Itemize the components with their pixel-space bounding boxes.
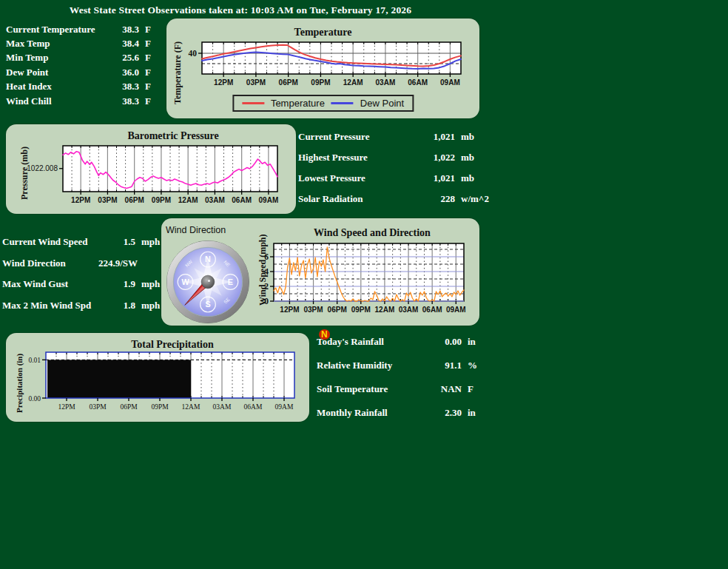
precipitation-chart-panel: Total Precipitation Precipitation (in) 1…	[6, 333, 309, 422]
stat-label: Max Wind Gust	[2, 278, 98, 290]
stat-unit: F	[139, 95, 154, 107]
stat-label: Monthly Rainfall	[317, 407, 429, 419]
stat-value: 91.1	[429, 360, 462, 371]
svg-text:0.00: 0.00	[28, 395, 41, 403]
stat-label: Relative Humidity	[317, 360, 429, 371]
stat-row-solar-radiation: Solar Radiation228w/m^2	[298, 192, 488, 206]
compass-s-letter: S	[205, 300, 210, 309]
svg-text:12PM: 12PM	[280, 306, 299, 314]
precipitation-chart-title: Total Precipitation	[36, 339, 309, 351]
temperature-y-axis-label: Temperature (F)	[172, 41, 183, 104]
stat-label: Today's Rainfall	[317, 336, 429, 348]
stat-value: 228	[417, 193, 455, 205]
stat-value: 1.8	[98, 300, 135, 312]
stat-row-highest-pressure: Highest Pressure1,022mb	[298, 151, 488, 164]
stat-row-wind-chill: Wind Chill38.3F	[6, 94, 161, 108]
temperature-legend-label: Temperature	[271, 98, 325, 109]
stat-row-current-temperature: Current Temperature38.3F	[6, 22, 161, 36]
svg-text:6: 6	[264, 252, 269, 261]
stat-unit: mph	[135, 236, 165, 248]
stat-row-max-wind-gust: Max Wind Gust1.9mph	[2, 277, 165, 291]
stat-unit: mph	[135, 300, 165, 312]
stat-row-wind-direction: Wind Direction224.9/SW	[2, 257, 165, 270]
stat-unit: F	[468, 383, 473, 395]
svg-text:03PM: 03PM	[246, 78, 266, 87]
wind-stats-list: Current Wind Speed1.5mph Wind Direction2…	[2, 235, 165, 312]
svg-text:09PM: 09PM	[351, 306, 371, 314]
svg-text:06AM: 06AM	[232, 196, 252, 204]
stat-label: Wind Direction	[2, 257, 98, 269]
svg-text:03PM: 03PM	[303, 306, 323, 314]
stat-row-current-wind-speed: Current Wind Speed1.5mph	[2, 235, 165, 249]
stat-row-min-temp: Min Temp25.6F	[6, 51, 161, 65]
stat-row-todays-rainfall: Today's Rainfall0.00in	[317, 335, 488, 349]
dew-point-legend-label: Dew Point	[360, 98, 404, 109]
svg-text:0: 0	[264, 297, 269, 306]
stat-value: 38.4	[115, 38, 139, 50]
svg-text:09PM: 09PM	[152, 196, 171, 204]
stat-value: 1,022	[417, 152, 455, 164]
svg-text:12PM: 12PM	[58, 403, 75, 411]
stat-value: 38.3	[115, 24, 139, 36]
stat-label: Dew Point	[6, 67, 115, 78]
temperature-chart-panel: Temperature Temperature (F) 12PM03PM06PM…	[166, 18, 479, 118]
stat-unit: mb	[455, 172, 488, 184]
stat-row-relative-humidity: Relative Humidity91.1%	[317, 359, 488, 372]
compass-title: Wind Direction	[166, 225, 226, 235]
compass-e-letter: E	[228, 277, 233, 286]
svg-text:2: 2	[264, 282, 269, 291]
stat-unit: F	[139, 67, 154, 78]
stat-value: 1.5	[98, 236, 135, 248]
stat-unit: F	[139, 81, 154, 92]
svg-text:06AM: 06AM	[408, 78, 428, 87]
pressure-chart-panel: Barometric Pressure Pressure (mb) 12PM03…	[6, 124, 296, 214]
soil-temperature-n-badge: N	[319, 329, 330, 340]
temperature-chart-legend: Temperature Dew Point	[232, 95, 414, 112]
svg-text:03AM: 03AM	[205, 196, 225, 204]
stat-row-soil-temperature: Soil TemperatureNANFN	[317, 383, 488, 396]
stat-unit: %	[462, 360, 488, 371]
svg-text:09AM: 09AM	[259, 196, 279, 204]
svg-text:03AM: 03AM	[399, 306, 419, 314]
stat-unit: in	[462, 407, 488, 419]
stat-value: NAN	[429, 383, 462, 395]
stat-label: Lowest Pressure	[298, 172, 417, 184]
svg-text:09AM: 09AM	[446, 306, 466, 314]
svg-text:12AM: 12AM	[178, 196, 198, 204]
svg-text:03AM: 03AM	[213, 403, 232, 411]
stat-unit: mb	[455, 131, 488, 143]
svg-text:06AM: 06AM	[244, 403, 263, 411]
stat-label: Current Wind Speed	[2, 236, 98, 248]
stat-label: Max 2 Min Wind Spd	[2, 300, 98, 312]
stat-label: Highest Pressure	[298, 152, 417, 164]
stat-label: Heat Index	[6, 81, 115, 92]
stat-label: Max Temp	[6, 38, 115, 50]
stat-value: 38.3	[115, 81, 139, 92]
stat-row-current-pressure: Current Pressure1,021mb	[298, 130, 488, 144]
stat-unit: mph	[135, 278, 165, 290]
svg-text:03PM: 03PM	[98, 196, 117, 204]
svg-text:12PM: 12PM	[71, 196, 90, 204]
stat-row-max-2min-wind-speed: Max 2 Min Wind Spd1.8mph	[2, 299, 165, 312]
stat-value: 0.00	[429, 336, 462, 348]
stat-value: 1,021	[417, 172, 455, 184]
stat-row-lowest-pressure: Lowest Pressure1,021mb	[298, 172, 488, 185]
pressure-stats-list: Current Pressure1,021mb Highest Pressure…	[298, 130, 488, 206]
compass-hub	[201, 275, 215, 289]
stat-label: Current Temperature	[6, 24, 115, 36]
stat-unit: w/m^2	[455, 193, 488, 205]
stat-row-monthly-rainfall: Monthly Rainfall2.30in	[317, 406, 488, 420]
page-title: West State Street Observations taken at:…	[0, 4, 481, 16]
wind-speed-chart: 12PM03PM06PM09PM12AM03AM06AM09AM0246	[262, 242, 475, 316]
stat-value: 224.9/SW	[98, 257, 138, 269]
pressure-chart-title: Barometric Pressure	[50, 130, 296, 142]
svg-text:09AM: 09AM	[440, 78, 460, 87]
precipitation-chart: 12PM03PM06PM09PM12AM03AM06AM09AM0.010.00	[21, 351, 306, 419]
svg-text:06PM: 06PM	[279, 78, 298, 87]
pressure-chart: 12PM03PM06PM09PM12AM03AM06AM09AM1022.008	[19, 144, 289, 206]
stat-unit: F	[139, 52, 154, 64]
stat-label: Min Temp	[6, 52, 115, 64]
compass-n-letter: N	[205, 255, 211, 263]
temperature-stats-list: Current Temperature38.3F Max Temp38.4F M…	[6, 22, 161, 108]
stat-label: Wind Chill	[6, 95, 115, 107]
